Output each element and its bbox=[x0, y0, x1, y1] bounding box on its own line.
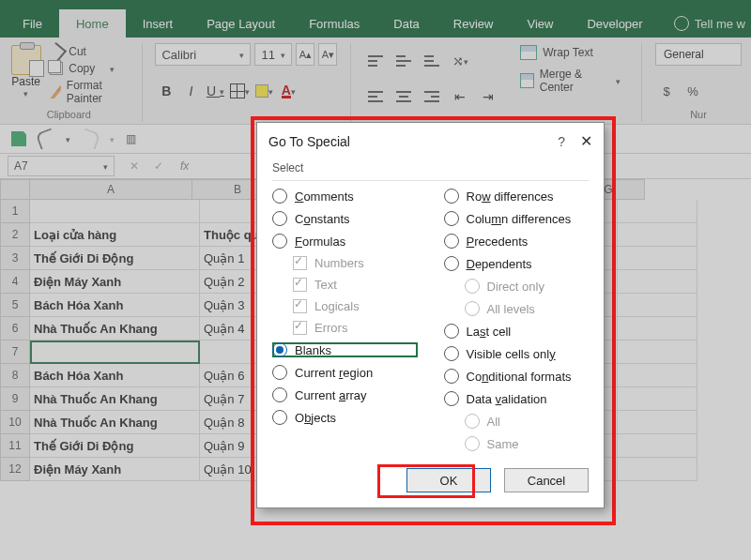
check-numbers: Numbers bbox=[293, 256, 418, 270]
radio-current-array[interactable]: Current array bbox=[272, 387, 418, 402]
radio-row-differences[interactable]: Row differences bbox=[444, 189, 590, 204]
radio-data-validation[interactable]: Data validation bbox=[444, 391, 590, 406]
radio-dependents[interactable]: Dependents bbox=[444, 256, 590, 271]
radio-column-differences[interactable]: Column differences bbox=[444, 211, 590, 226]
radio-blanks[interactable]: Blanks bbox=[272, 342, 418, 357]
go-to-special-dialog: Go To Special ? ✕ Select Comments Consta… bbox=[256, 122, 605, 508]
radio-current-region[interactable]: Current region bbox=[272, 365, 418, 380]
check-logicals: Logicals bbox=[293, 299, 418, 313]
check-text: Text bbox=[293, 278, 418, 292]
radio-all-levels: All levels bbox=[465, 301, 590, 316]
close-button[interactable]: ✕ bbox=[580, 132, 592, 150]
select-label: Select bbox=[272, 161, 589, 174]
radio-precedents[interactable]: Precedents bbox=[444, 234, 590, 249]
radio-constants[interactable]: Constants bbox=[272, 211, 418, 226]
radio-conditional-formats[interactable]: Conditional formats bbox=[444, 369, 590, 384]
ok-button[interactable]: OK bbox=[406, 468, 491, 492]
help-button[interactable]: ? bbox=[558, 134, 565, 149]
radio-same: Same bbox=[465, 436, 590, 451]
radio-last-cell[interactable]: Last cell bbox=[444, 324, 590, 339]
cancel-button[interactable]: Cancel bbox=[504, 468, 589, 492]
radio-all: All bbox=[465, 414, 590, 429]
check-errors: Errors bbox=[293, 321, 418, 335]
radio-comments[interactable]: Comments bbox=[272, 189, 418, 204]
dialog-title: Go To Special bbox=[268, 134, 558, 149]
radio-visible-cells[interactable]: Visible cells only bbox=[444, 346, 590, 361]
radio-objects[interactable]: Objects bbox=[272, 410, 418, 425]
radio-direct-only: Direct only bbox=[465, 279, 590, 294]
radio-formulas[interactable]: Formulas bbox=[272, 234, 418, 249]
